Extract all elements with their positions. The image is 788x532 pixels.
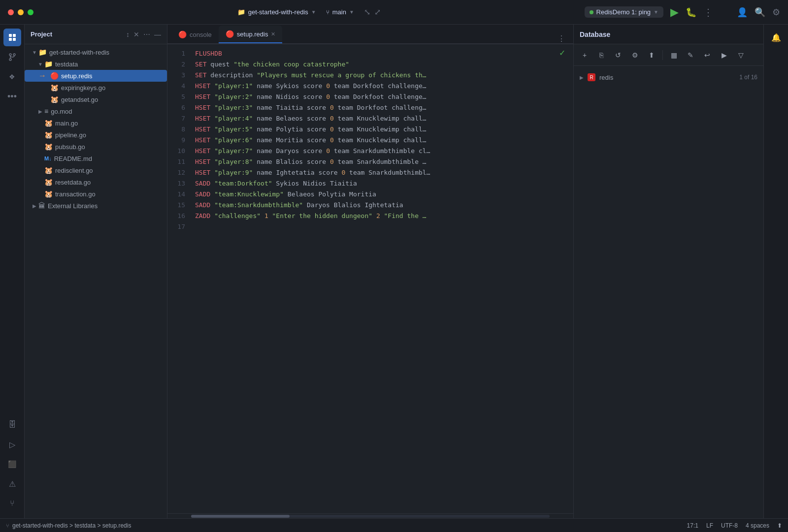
tab-close-button[interactable]: ✕ [271,31,275,37]
user-icon[interactable]: 👤 [737,7,748,18]
statusbar: ⑂ get-started-with-redis > testdata > se… [0,518,788,532]
tree-item-pubsub[interactable]: 🐹 pubsub.go [25,141,167,153]
chevron-down-icon: ▼ [311,9,316,15]
db-item-redis[interactable]: ▶ R redis 1 of 16 [574,70,763,85]
tree-item-label: main.go [55,120,78,127]
panel-header: Project ↕ ✕ ⋯ — [25,25,167,44]
tree-item-redisclient[interactable]: 🐹 redisclient.go [25,164,167,176]
db-refresh-button[interactable]: ↺ [611,48,625,62]
collapse-icon[interactable]: ⤡ [364,7,370,17]
statusbar-encoding[interactable]: UTF-8 [721,522,738,529]
minimize-dot[interactable] [18,9,24,15]
db-play-button[interactable]: ▶ [717,48,731,62]
db-table-button[interactable]: ▦ [667,48,681,62]
tree-item-expiringkeys[interactable]: 🐹 expiringkeys.go [25,82,167,94]
database-panel: Database + ⎘ ↺ ⚙ ⬆ ▦ ✎ ↩ ▶ ▽ ▶ R redis 1… [574,25,763,518]
more-options-icon[interactable]: ⋮ [703,6,713,18]
project-title[interactable]: 📁 get-started-with-redis ▼ [237,8,316,16]
panel-icons: ↕ ✕ ⋯ — [126,31,161,38]
sidebar-item-problems[interactable]: ⚠ [3,475,21,493]
sidebar-item-run[interactable]: ▷ [3,436,21,453]
fullscreen-dot[interactable] [28,9,33,15]
tree-item-pipeline[interactable]: 🐹 pipeline.go [25,129,167,141]
tree-item-testdata[interactable]: ▼ 📁 testdata [25,58,167,70]
tree-item-setup-redis[interactable]: 🔴 setup.redis [25,70,167,82]
scroll-thumb[interactable] [191,515,290,518]
tab-console[interactable]: 🔴 console [171,26,219,43]
db-add-button[interactable]: + [578,48,591,62]
db-item-arrow: ▶ [580,75,584,80]
svg-point-4 [9,54,11,56]
statusbar-breadcrumb[interactable]: get-started-with-redis > testdata > setu… [12,522,131,529]
run-configuration[interactable]: RedisDemo 1: ping ▼ [585,6,663,18]
tree-item-readme[interactable]: M↓ README.md [25,153,167,164]
tree-item-label: External Libraries [48,202,98,210]
tree-item-label: pubsub.go [55,143,85,151]
panel-sort-icon[interactable]: ↕ [126,31,130,38]
panel-title: Project [31,31,122,38]
tree-item-getandset[interactable]: 🐹 getandset.go [25,94,167,105]
tree-item-transaction[interactable]: 🐹 transaction.go [25,188,167,200]
panel-close-icon[interactable]: ✕ [133,31,139,38]
close-dot[interactable] [8,9,14,15]
line-numbers: 12345 678910 1112131415 1617 [167,44,191,513]
titlebar-right: RedisDemo 1: ping ▼ ▶ 🐛 ⋮ 👤 🔍 ⚙ [585,6,780,19]
project-panel: Project ↕ ✕ ⋯ — ▼ 📁 get-started-with-red… [25,25,167,518]
folder-icon: 📁 [38,48,47,56]
tree-item-label: getandset.go [61,96,98,103]
db-copy-button[interactable]: ⎘ [594,48,608,62]
run-button[interactable]: ▶ [670,6,679,19]
search-icon[interactable]: 🔍 [755,7,765,18]
code-content[interactable]: FLUSHDB SET quest "the chicken coop cata… [191,44,573,513]
file-tree: ▼ 📁 get-started-with-redis ▼ 📁 testdata … [25,44,167,518]
arrow-spacer [36,156,44,161]
go-file-icon: 🐹 [44,143,53,151]
sidebar-item-database-console[interactable]: 🗄 [3,416,21,434]
statusbar-cursor[interactable]: 17:1 [687,522,698,529]
expand-icon[interactable]: ⤢ [374,7,381,17]
horizontal-scrollbar[interactable] [167,513,573,518]
redis-icon: 🔴 [226,30,234,38]
arrow-spacer [42,73,50,79]
tree-item-gomod[interactable]: ▶ ≡ go.mod [25,105,167,117]
db-back-button[interactable]: ↩ [700,48,714,62]
panel-minimize-icon[interactable]: — [154,31,161,38]
icon-sidebar: ❖ ••• 🗄 ▷ ⬛ ⚠ ⑂ [0,25,25,518]
tabs-more-button[interactable]: ⋮ [554,34,569,43]
notification-bell[interactable]: 🔔 [767,29,785,46]
arrow-spacer [42,85,50,91]
sidebar-item-project[interactable] [3,29,21,46]
db-item-label: redis [599,74,613,81]
sidebar-item-vcs[interactable] [3,48,21,66]
branch-indicator[interactable]: ⑂ main ▼ [326,8,354,16]
sidebar-item-structure[interactable]: ❖ [3,68,21,86]
sidebar-item-git[interactable]: ⑂ [3,495,21,512]
statusbar-line-ending[interactable]: LF [706,522,713,529]
tree-item-main[interactable]: 🐹 main.go [25,117,167,129]
db-separator [662,50,663,60]
tree-item-root[interactable]: ▼ 📁 get-started-with-redis [25,46,167,58]
statusbar-indent[interactable]: 4 spaces [746,522,769,529]
db-edit-button[interactable]: ✎ [684,48,697,62]
db-import-button[interactable]: ⬆ [645,48,658,62]
tree-item-external-libraries[interactable]: ▶ 🏛 External Libraries [25,200,167,212]
sidebar-bottom: 🗄 ▷ ⬛ ⚠ ⑂ [3,416,21,518]
sidebar-item-terminal[interactable]: ⬛ [3,455,21,473]
tab-setup-redis[interactable]: 🔴 setup.redis ✕ [219,26,283,43]
tree-item-label: expiringkeys.go [61,84,105,92]
db-item-count: 1 of 16 [739,74,757,81]
tree-item-resetdata[interactable]: 🐹 resetdata.go [25,176,167,188]
debug-button[interactable]: 🐛 [686,7,696,18]
tab-label: console [190,31,212,38]
svg-point-5 [13,54,15,56]
checkmark-icon: ✓ [559,48,565,58]
db-filter-button[interactable]: ▽ [734,48,748,62]
db-settings-button[interactable]: ⚙ [628,48,642,62]
svg-point-6 [9,59,11,61]
redis-icon: 🔴 [178,31,187,38]
scroll-track[interactable] [191,515,550,518]
sidebar-item-more[interactable]: ••• [3,88,21,105]
panel-settings-icon[interactable]: ⋯ [143,31,150,38]
statusbar-action-icon[interactable]: ⬆ [777,522,782,529]
settings-icon[interactable]: ⚙ [772,7,780,18]
